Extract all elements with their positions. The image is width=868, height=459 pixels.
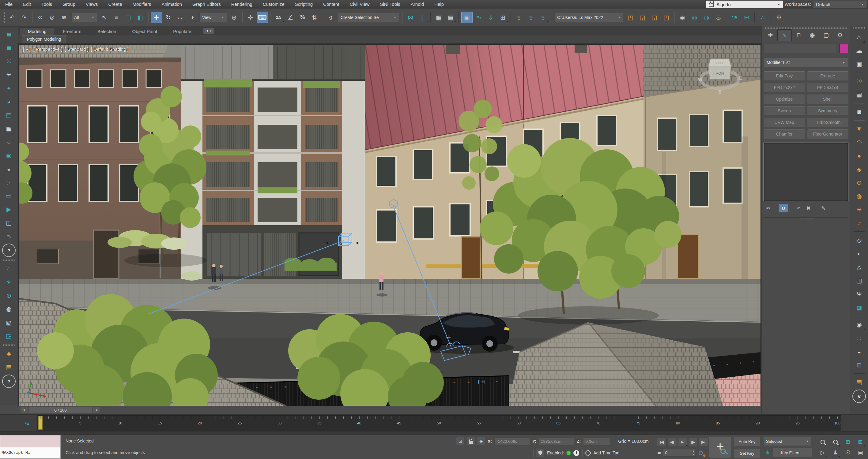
folder-explorer-icon[interactable]: ◲ (649, 12, 660, 23)
list-panel-icon[interactable]: ▤ (3, 109, 15, 121)
menu-rendering[interactable]: Rendering (226, 0, 257, 8)
measure-icon[interactable]: ∺ (741, 12, 752, 23)
named-sets-icon[interactable]: {} (325, 12, 336, 23)
plane-light-icon[interactable]: ▼ (853, 123, 865, 135)
frame-display[interactable]: 0 / 100 (29, 406, 92, 414)
next-frame-button[interactable]: |▶ (688, 437, 698, 447)
film-camera-icon[interactable]: ◙ (853, 105, 865, 118)
z-field[interactable]: 0.0cm (583, 437, 610, 445)
arnold-export-icon[interactable]: ◍ (701, 12, 712, 23)
projector-icon[interactable]: ☼ (3, 176, 15, 189)
scale-array-icon[interactable]: ◳ (3, 330, 15, 342)
workspace-dropdown[interactable]: Default ▼ (813, 1, 867, 8)
right-toolbar-handle[interactable] (853, 27, 865, 29)
window-crossing-icon[interactable]: ◧ (134, 12, 146, 23)
modifier-button-extrude[interactable]: Extrude (807, 71, 849, 81)
angle-snap-icon[interactable]: ∠ (285, 12, 296, 23)
menu-scripting[interactable]: Scripting (290, 0, 318, 8)
geodesic-light-icon[interactable]: ◈ (853, 163, 865, 175)
modifier-button-sweep[interactable]: Sweep (764, 106, 805, 116)
reference-coordinate-dropdown[interactable]: View▼ (199, 13, 227, 22)
modifier-button-ffd-2x2x2[interactable]: FFD 2x2x2 (764, 83, 805, 92)
set-keys-button[interactable]: + (709, 437, 731, 457)
sign-in-button[interactable]: Sign In ▼ (706, 1, 783, 8)
modifier-button-chamfer[interactable]: Chamfer (764, 129, 805, 139)
prune-icon[interactable]: ▧ (3, 317, 15, 329)
key-filters-button[interactable]: Key Filters... (773, 448, 812, 457)
undo-icon[interactable]: ↶ (6, 12, 18, 23)
modifier-button-shell[interactable]: Shell (807, 94, 849, 104)
select-and-rotate-icon[interactable]: ↻ (163, 12, 174, 23)
motion-tab[interactable]: ◉ (806, 29, 819, 40)
fur-grass-icon[interactable]: Ψ (853, 288, 865, 300)
use-pivot-center-icon[interactable]: ⊕ (228, 12, 240, 23)
select-and-place-icon[interactable]: ◑ (187, 12, 198, 23)
view-cube[interactable]: W E S TOP FRONT (694, 50, 746, 96)
time-slider-ruler[interactable]: 0510152025303540455055606570758085909510… (37, 415, 841, 431)
menu-tools[interactable]: Tools (36, 0, 57, 8)
redo-icon[interactable]: ↷ (19, 12, 30, 23)
render-window-icon[interactable]: ▭ (3, 190, 15, 202)
zoom-extents-all-icon[interactable]: ⊠ (855, 437, 866, 447)
unlink-selection-icon[interactable]: ⊘ (46, 12, 58, 23)
object-name-field[interactable] (764, 44, 836, 53)
align-icon[interactable]: ∥ (417, 12, 428, 23)
render-production-icon[interactable]: ♨ (537, 12, 549, 23)
stereo-rig-icon[interactable]: ◫ (853, 274, 865, 287)
menu-sini-tools[interactable]: SiNi Tools (375, 0, 405, 8)
ribbon-tab-populate[interactable]: Populate (165, 28, 199, 35)
rectangular-selection-icon[interactable]: ▢ (123, 12, 134, 23)
menu-modifiers[interactable]: Modifiers (127, 0, 156, 8)
camera-lister-icon[interactable]: ▤ (853, 89, 865, 101)
vray-render-icon[interactable]: ♨ (853, 31, 865, 43)
player-icon[interactable]: ▶ (3, 203, 15, 216)
modify-tab[interactable]: ∿ (777, 29, 792, 41)
absolute-offset-icon[interactable]: ◈ (477, 437, 485, 445)
render-setup-icon[interactable]: ♨ (513, 12, 525, 23)
percent-snap-icon[interactable]: % (297, 12, 308, 23)
make-unique-icon[interactable]: ∝ (794, 204, 803, 212)
previous-frame-button[interactable]: ◀| (668, 437, 677, 447)
arnold-ipr-icon[interactable]: ◎ (689, 12, 700, 23)
settings-brush-icon[interactable]: ⚙ (773, 12, 785, 23)
rock-scatter-icon[interactable]: ◍ (3, 303, 15, 315)
go-to-start-button[interactable]: |◀ (657, 437, 666, 447)
sun-icon[interactable]: ☀ (3, 69, 15, 81)
maxscript-input[interactable]: MAXScript Mi (0, 447, 61, 459)
modifier-stack[interactable] (764, 142, 848, 201)
y-field[interactable]: 1935.03cm (539, 437, 574, 445)
maxscript-pink-pane[interactable] (0, 435, 61, 447)
viewport-canvas[interactable] (19, 45, 761, 406)
time-configuration-button[interactable]: ◷⚙ (696, 448, 705, 457)
maxscript-mini-listener[interactable]: MAXScript Mi (0, 435, 61, 459)
previous-frame-button[interactable]: < (20, 406, 28, 414)
display-tab[interactable]: ▢ (819, 29, 833, 40)
dope-sheet-icon[interactable]: ⇓ (485, 12, 496, 23)
mirror-icon[interactable]: ⋈ (405, 12, 416, 23)
isolate-selection-icon[interactable]: ⊡ (456, 437, 464, 445)
tree-icon[interactable]: ♠ (3, 82, 15, 94)
camera-add-icon[interactable]: ◙ (3, 42, 15, 54)
menu-edit[interactable]: Edit (18, 0, 36, 8)
spread-icon[interactable]: ∗ (3, 276, 15, 288)
toggle-ribbon-icon[interactable]: ▣ (461, 12, 473, 23)
sphere-light-icon[interactable]: ● (853, 150, 865, 162)
frame-buffer-icon[interactable]: ▣ (853, 58, 865, 70)
asset-tracking-icon[interactable]: ◰ (625, 12, 636, 23)
disc-light-icon[interactable]: ⊙ (853, 176, 865, 189)
mini-curve-editor-button[interactable]: ∿ (19, 415, 36, 432)
modifier-button-uvw-map[interactable]: UVW Map (764, 118, 805, 127)
menu-customize[interactable]: Customize (257, 0, 290, 8)
spinner-snap-icon[interactable]: ⇅ (309, 12, 320, 23)
go-to-end-button[interactable]: ▶| (699, 437, 708, 447)
light-burst-icon[interactable]: ☼ (853, 217, 865, 229)
sun-light-icon[interactable]: ☀ (853, 203, 865, 216)
key-filter-icon[interactable]: ⋔ (763, 448, 771, 457)
teapot-icon[interactable]: ♨ (3, 230, 15, 242)
utilities-tab[interactable]: ⚙ (833, 29, 847, 40)
modifier-button-symmetry[interactable]: Symmetry (807, 106, 849, 116)
frame-step-arrows[interactable]: ◀▶ (657, 451, 661, 454)
perspective-viewport[interactable]: [ + ][ Perspective ][ Standard ][ Defaul… (19, 44, 761, 406)
open-folder-icon[interactable]: ◱ (637, 12, 648, 23)
snaps-toggle-icon[interactable]: 2.5 (273, 12, 284, 23)
